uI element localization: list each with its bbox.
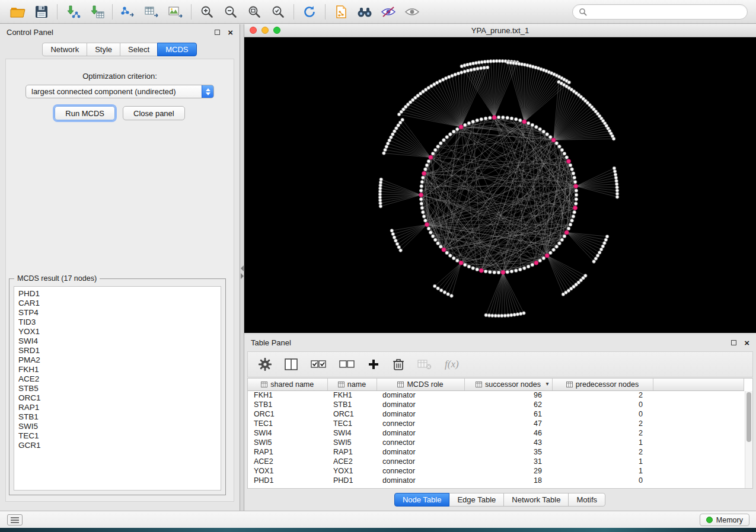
mcds-result-item[interactable]: TID3 [18, 318, 216, 327]
table-settings-gear-icon[interactable] [259, 358, 272, 371]
table-cell[interactable]: YOX1 [248, 466, 327, 476]
table-cell[interactable]: STB1 [248, 400, 327, 409]
table-row[interactable]: RAP1RAP1dominator352 [248, 447, 744, 457]
table-cell[interactable]: ACE2 [248, 457, 327, 466]
table-row[interactable]: SWI4SWI4dominator462 [248, 428, 744, 438]
import-table-from-file-icon[interactable] [85, 2, 109, 21]
table-tab-motifs[interactable]: Motifs [568, 493, 605, 507]
mcds-result-item[interactable]: FKH1 [18, 365, 216, 374]
table-cell[interactable]: PHD1 [327, 476, 377, 485]
table-row[interactable]: STB1STB1dominator620 [248, 400, 744, 409]
table-cell[interactable]: connector [377, 466, 464, 476]
select-all-columns-icon[interactable] [311, 358, 326, 370]
table-cell[interactable]: ORC1 [248, 409, 327, 419]
table-cell[interactable]: 2 [552, 390, 653, 400]
mcds-result-item[interactable]: ORC1 [18, 393, 216, 403]
mcds-result-list[interactable]: PHD1CAR1STP4TID3YOX1SWI4SRD1PMA2FKH1ACE2… [14, 286, 221, 491]
table-cell[interactable]: SWI4 [248, 428, 327, 438]
mcds-result-item[interactable]: PMA2 [18, 355, 216, 365]
search-network-icon[interactable] [353, 2, 377, 21]
panel-divider[interactable] [240, 24, 244, 511]
close-panel-icon[interactable]: × [228, 28, 233, 37]
close-panel-button[interactable]: Close panel [123, 106, 185, 120]
table-cell[interactable]: dominator [377, 428, 464, 438]
mcds-result-item[interactable]: SRD1 [18, 346, 216, 355]
table-cell[interactable]: 18 [464, 476, 552, 485]
table-cell[interactable]: 35 [464, 447, 552, 457]
control-tab-select[interactable]: Select [120, 43, 158, 56]
float-panel-icon[interactable] [215, 30, 220, 35]
mcds-result-item[interactable]: RAP1 [18, 403, 216, 412]
table-cell[interactable]: 0 [552, 476, 653, 485]
table-row[interactable]: FKH1FKH1dominator962 [248, 390, 744, 400]
zoom-in-icon[interactable] [195, 2, 219, 21]
search-input[interactable] [591, 7, 741, 16]
zoom-out-icon[interactable] [219, 2, 243, 21]
table-cell[interactable]: SWI5 [327, 438, 377, 447]
table-scrollbar-thumb[interactable] [747, 392, 751, 442]
table-cell[interactable]: 61 [464, 409, 552, 419]
network-canvas[interactable] [244, 37, 756, 333]
table-cell[interactable]: dominator [377, 400, 464, 409]
column-header-predecessor-nodes[interactable]: predecessor nodes [552, 379, 653, 390]
table-cell[interactable]: 47 [464, 419, 552, 428]
column-header-name[interactable]: name [327, 379, 377, 390]
table-cell[interactable]: 2 [552, 447, 653, 457]
close-table-panel-icon[interactable]: × [744, 338, 749, 347]
table-cell[interactable]: connector [377, 419, 464, 428]
hide-graphics-details-icon[interactable] [377, 2, 400, 21]
run-mcds-button[interactable]: Run MCDS [55, 106, 115, 120]
memory-button[interactable]: Memory [700, 514, 749, 526]
table-cell[interactable]: FKH1 [327, 390, 377, 400]
table-cell[interactable]: 2 [552, 428, 653, 438]
control-tab-network[interactable]: Network [42, 43, 87, 56]
table-cell[interactable]: 43 [464, 438, 552, 447]
table-cell[interactable]: ORC1 [327, 409, 377, 419]
import-network-from-file-icon[interactable] [61, 2, 85, 21]
mcds-result-item[interactable]: CAR1 [18, 299, 216, 308]
table-cell[interactable]: dominator [377, 476, 464, 485]
table-cell[interactable]: 96 [464, 390, 552, 400]
clone-network-icon[interactable] [329, 2, 353, 21]
table-cell[interactable]: 62 [464, 400, 552, 409]
table-cell[interactable]: dominator [377, 409, 464, 419]
table-row[interactable]: PHD1PHD1dominator180 [248, 476, 744, 485]
table-row[interactable]: SWI5SWI5connector431 [248, 438, 744, 447]
table-cell[interactable]: SWI5 [248, 438, 327, 447]
table-cell[interactable]: ACE2 [327, 457, 377, 466]
criterion-select[interactable]: largest connected component (undirected) [25, 85, 214, 98]
table-cell[interactable]: YOX1 [327, 466, 377, 476]
table-cell[interactable]: 31 [464, 457, 552, 466]
close-window-icon[interactable] [250, 27, 257, 34]
table-cell[interactable]: TEC1 [327, 419, 377, 428]
mcds-result-item[interactable]: SWI4 [18, 336, 216, 346]
panel-menu-icon[interactable] [7, 514, 23, 525]
table-cell[interactable]: connector [377, 438, 464, 447]
table-tab-edge-table[interactable]: Edge Table [449, 493, 504, 507]
network-window-titlebar[interactable]: YPA_prune.txt_1 [244, 24, 756, 37]
search-box[interactable] [572, 4, 748, 20]
mcds-result-item[interactable]: STB5 [18, 384, 216, 393]
table-cell[interactable]: 46 [464, 428, 552, 438]
table-row[interactable]: ORC1ORC1dominator610 [248, 409, 744, 419]
table-cell[interactable]: PHD1 [248, 476, 327, 485]
show-columns-icon[interactable] [285, 358, 298, 370]
table-row[interactable]: YOX1YOX1connector291 [248, 466, 744, 476]
export-table-icon[interactable] [140, 2, 164, 21]
table-cell[interactable]: SWI4 [327, 428, 377, 438]
open-session-icon[interactable] [6, 2, 30, 21]
table-cell[interactable]: 1 [552, 466, 653, 476]
column-header-successor-nodes[interactable]: successor nodes▾ [464, 379, 552, 390]
table-scrollbar[interactable] [745, 391, 752, 488]
control-tab-mcds[interactable]: MCDS [157, 43, 196, 56]
mcds-result-item[interactable]: GCR1 [18, 441, 216, 450]
create-column-icon[interactable] [368, 358, 379, 370]
apply-preferred-layout-icon[interactable] [298, 2, 321, 21]
table-cell[interactable]: RAP1 [327, 447, 377, 457]
export-image-icon[interactable] [164, 2, 187, 21]
minimize-window-icon[interactable] [261, 27, 269, 34]
zoom-selected-icon[interactable] [266, 2, 290, 21]
table-cell[interactable]: 0 [552, 400, 653, 409]
table-cell[interactable]: 1 [552, 457, 653, 466]
show-graphics-details-icon[interactable] [400, 2, 424, 21]
